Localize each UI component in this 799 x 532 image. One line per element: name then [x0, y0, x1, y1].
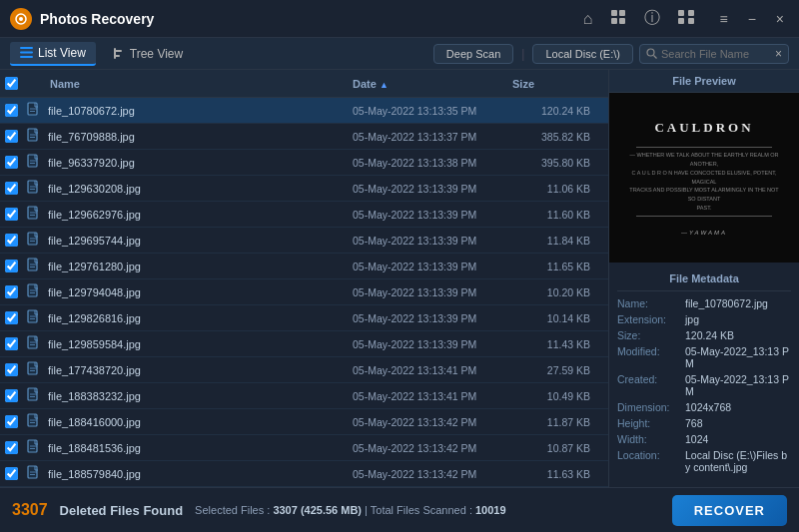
file-date: 05-May-2022 13:13:39 PM	[349, 312, 508, 324]
table-row[interactable]: file_188579840.jpg 05-May-2022 13:13:42 …	[0, 461, 608, 487]
file-table-body[interactable]: file_10780672.jpg 05-May-2022 13:13:35 P…	[0, 98, 608, 487]
total-scanned-value: 10019	[475, 504, 506, 516]
svg-rect-13	[114, 48, 116, 59]
row-checkbox[interactable]	[5, 208, 18, 221]
row-checkbox[interactable]	[5, 234, 18, 247]
table-row[interactable]: file_129630208.jpg 05-May-2022 13:13:39 …	[0, 176, 608, 202]
file-name: file_188481536.jpg	[46, 442, 349, 454]
home-icon[interactable]: ⌂	[583, 10, 593, 28]
local-disc-button[interactable]: Local Disc (E:\)	[532, 44, 633, 64]
file-size: 10.87 KB	[508, 442, 598, 454]
meta-created-value: 05-May-2022_13:13 PM	[685, 373, 791, 397]
meta-size-label: Size:	[617, 329, 685, 341]
file-date: 05-May-2022 13:13:42 PM	[349, 468, 508, 480]
file-size: 10.14 KB	[508, 312, 598, 324]
row-checkbox[interactable]	[5, 389, 18, 402]
table-header: Name Date ▲ Size	[0, 70, 608, 98]
table-row[interactable]: file_96337920.jpg 05-May-2022 13:13:38 P…	[0, 150, 608, 176]
svg-point-16	[647, 49, 654, 56]
row-checkbox[interactable]	[5, 415, 18, 428]
search-input[interactable]	[661, 48, 771, 60]
file-icon-cell	[22, 335, 46, 352]
row-checkbox[interactable]	[5, 156, 18, 169]
header-date[interactable]: Date ▲	[349, 78, 508, 90]
file-icon-cell	[22, 413, 46, 430]
svg-line-17	[653, 56, 656, 59]
table-row[interactable]: file_177438720.jpg 05-May-2022 13:13:41 …	[0, 357, 608, 383]
minimize-button[interactable]: −	[743, 9, 761, 29]
metadata-header: File Metadata	[617, 268, 791, 291]
table-row[interactable]: file_129695744.jpg 05-May-2022 13:13:39 …	[0, 228, 608, 254]
row-checkbox[interactable]	[5, 260, 18, 272]
row-checkbox[interactable]	[5, 104, 18, 117]
select-all-checkbox[interactable]	[5, 77, 18, 90]
cauldron-title: CAULDRON	[654, 120, 753, 136]
file-type-icon	[27, 439, 41, 456]
table-row[interactable]: file_129761280.jpg 05-May-2022 13:13:39 …	[0, 254, 608, 279]
file-type-icon	[27, 102, 41, 119]
file-icon-cell	[22, 154, 46, 171]
row-checkbox[interactable]	[5, 311, 18, 324]
file-list-pane: Name Date ▲ Size	[0, 70, 609, 487]
file-icon-cell	[22, 439, 46, 456]
row-checkbox[interactable]	[5, 130, 18, 143]
row-checkbox[interactable]	[5, 285, 18, 298]
close-button[interactable]: ×	[771, 9, 789, 29]
file-type-icon	[27, 154, 41, 171]
preview-header: File Preview	[609, 70, 799, 93]
tree-view-label: Tree View	[130, 47, 183, 61]
row-checkbox[interactable]	[5, 467, 18, 480]
file-size: 385.82 KB	[508, 131, 598, 143]
file-size: 395.80 KB	[508, 157, 598, 169]
table-row[interactable]: file_129826816.jpg 05-May-2022 13:13:39 …	[0, 305, 608, 331]
table-row[interactable]: file_188383232.jpg 05-May-2022 13:13:41 …	[0, 383, 608, 409]
meta-ext-value: jpg	[685, 313, 791, 325]
row-checkbox-cell	[0, 337, 22, 350]
file-date: 05-May-2022 13:13:41 PM	[349, 390, 508, 402]
file-name: file_188579840.jpg	[46, 468, 349, 480]
table-row[interactable]: file_10780672.jpg 05-May-2022 13:13:35 P…	[0, 98, 608, 124]
meta-height-value: 768	[685, 417, 791, 429]
row-checkbox-cell	[0, 415, 22, 428]
header-size[interactable]: Size	[508, 78, 598, 90]
deep-scan-button[interactable]: Deep Scan	[433, 44, 513, 64]
clear-search-button[interactable]: ×	[775, 47, 782, 61]
meta-created-label: Created:	[617, 373, 685, 397]
file-type-icon	[27, 309, 41, 326]
file-type-icon	[27, 206, 41, 223]
file-date: 05-May-2022 13:13:37 PM	[349, 131, 508, 143]
file-name: file_129630208.jpg	[46, 183, 349, 195]
selected-info: Selected Files : 3307 (425.56 MB) | Tota…	[195, 504, 660, 516]
file-date: 05-May-2022 13:13:39 PM	[349, 183, 508, 195]
row-checkbox-cell	[0, 104, 22, 117]
row-checkbox-cell	[0, 389, 22, 402]
file-date: 05-May-2022 13:13:39 PM	[349, 209, 508, 221]
table-row[interactable]: file_188416000.jpg 05-May-2022 13:13:42 …	[0, 409, 608, 435]
apps-icon[interactable]	[678, 10, 694, 28]
tree-view-tab[interactable]: Tree View	[102, 43, 193, 65]
list-view-tab[interactable]: List View	[10, 42, 96, 66]
info-icon[interactable]: ⓘ	[644, 8, 660, 29]
file-icon-cell	[22, 387, 46, 404]
table-row[interactable]: file_188481536.jpg 05-May-2022 13:13:42 …	[0, 435, 608, 461]
svg-rect-10	[20, 47, 33, 49]
file-date: 05-May-2022 13:13:39 PM	[349, 286, 508, 298]
menu-icon[interactable]: ≡	[714, 9, 732, 29]
table-row[interactable]: file_129859584.jpg 05-May-2022 13:13:39 …	[0, 331, 608, 357]
file-name: file_10780672.jpg	[46, 105, 349, 117]
svg-rect-14	[114, 50, 122, 52]
meta-height-row: Height: 768	[617, 417, 791, 429]
recover-button[interactable]: RECOVER	[672, 495, 787, 526]
row-checkbox[interactable]	[5, 441, 18, 454]
meta-location-value: Local Disc (E:\)Files by content\.jpg	[685, 449, 791, 473]
row-checkbox[interactable]	[5, 182, 18, 195]
table-row[interactable]: file_129794048.jpg 05-May-2022 13:13:39 …	[0, 279, 608, 305]
table-row[interactable]: file_129662976.jpg 05-May-2022 13:13:39 …	[0, 202, 608, 228]
row-checkbox-cell	[0, 441, 22, 454]
table-row[interactable]: file_76709888.jpg 05-May-2022 13:13:37 P…	[0, 124, 608, 150]
row-checkbox[interactable]	[5, 337, 18, 350]
header-name[interactable]: Name	[46, 78, 349, 90]
app-title: Photos Recovery	[40, 11, 583, 27]
row-checkbox[interactable]	[5, 363, 18, 376]
grid-icon[interactable]	[610, 9, 626, 29]
